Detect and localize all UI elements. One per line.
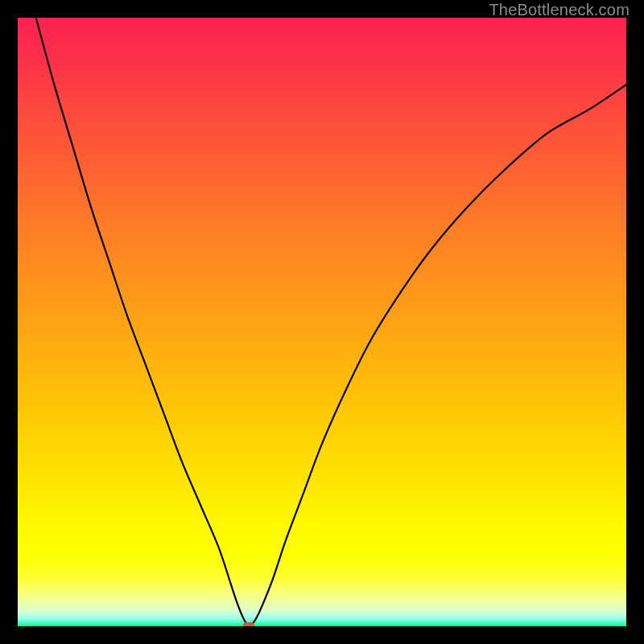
chart-frame: TheBottleneck.com <box>0 0 644 644</box>
attribution-text: TheBottleneck.com <box>489 1 630 19</box>
plot-area <box>18 18 626 626</box>
bottleneck-curve <box>36 18 626 626</box>
minimum-marker <box>243 622 254 626</box>
curve-layer <box>18 18 626 626</box>
